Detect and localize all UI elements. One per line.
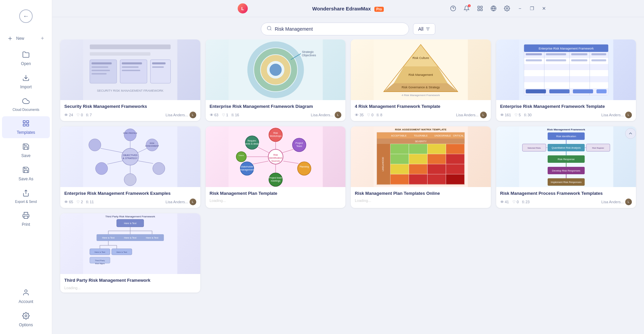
copies-enterprise1: ⎘ 16 [232,113,239,117]
svg-rect-59 [524,76,608,82]
svg-text:Risk Culture: Risk Culture [412,56,429,60]
card-image-security: SECURITY RISK MANAGEMENT FRAMEWORK [60,39,200,100]
sidebar-item-templates-label: Templates [17,130,35,135]
sidebar-item-saveas[interactable]: Save As [2,163,50,185]
svg-text:Risk Governance & Strategy: Risk Governance & Strategy [402,86,440,89]
author-enterprise1: Lisa Anders... L [311,112,341,118]
svg-rect-27 [92,70,110,71]
card-meta-enterprise-template: 👁 161 ♡ 5 ⎘ 30 Lisa Anders... L [500,112,632,118]
copies-4risk: ⎘ 8 [377,113,382,117]
svg-text:Sources: Sources [271,160,280,162]
svg-rect-76 [596,89,606,93]
skin-button[interactable] [489,4,498,13]
svg-text:Risk: Risk [273,132,278,134]
template-card-enterprise2[interactable]: OBJECTIVES & STRATEGY RISK [60,126,200,208]
back-button[interactable]: ← [19,9,33,23]
card-body-enterprise-template: Enterprise Risk Management Framework Tem… [496,100,636,121]
cloud-icon [22,97,30,107]
sidebar-item-export[interactable]: Export & Send [2,186,50,207]
svg-rect-0 [23,121,25,123]
topbar-controls: 1 − ❐ ✕ [442,4,636,13]
likes-4risk: ♡ 0 [367,113,373,117]
card-meta-riskprocess: 👁 41 ♡ 0 ⎘ 23 Lisa Anders... L [500,199,632,205]
restore-button[interactable]: ❐ [528,4,536,12]
svg-text:Require-: Require- [247,140,257,142]
filter-button[interactable]: All [413,23,435,35]
svg-rect-12 [481,9,482,11]
sidebar-item-open[interactable]: Open [2,48,50,69]
heart-icon: ♡ [512,200,516,204]
likes-enterprise1: ♡ 1 [222,113,228,117]
help-button[interactable] [448,4,458,13]
svg-rect-143 [391,154,409,164]
sidebar-item-templates[interactable]: Templates [2,116,50,138]
svg-text:TOLERABLE: TOLERABLE [414,134,428,137]
svg-rect-70 [546,59,566,61]
minimize-button[interactable]: − [516,4,524,12]
saveas-icon [22,166,30,175]
filter-label: All [418,26,423,32]
svg-text:Risk Register: Risk Register [592,147,604,149]
author-enterprise2: Lisa Anders... L [166,199,196,205]
card-image-enterprise2: OBJECTIVES & STRATEGY RISK [60,126,200,187]
settings-button[interactable] [502,4,512,13]
back-button-area[interactable]: ← [15,5,37,27]
sidebar-item-new[interactable]: ＋ New ＋ [2,30,50,46]
card-meta-enterprise2: 👁 65 ♡ 2 ⎘ 11 Lisa Anders... L [64,199,196,205]
svg-rect-21 [90,52,150,56]
svg-text:Here is Text: Here is Text [102,237,114,239]
import-icon [22,74,30,83]
svg-rect-147 [391,164,409,174]
sidebar-item-save-label: Save [21,153,30,158]
sidebar-item-print[interactable]: Print [2,208,50,230]
pro-badge: Pro [374,7,384,12]
template-card-riskplantemplate[interactable]: Risk Identification Sources Risk Worksho… [206,126,346,208]
card-title-riskmatrix: Risk Management Plan Templates Online [355,190,487,196]
heart-icon: ♡ [514,113,518,117]
svg-text:LIKELIHOOD: LIKELIHOOD [382,157,384,171]
svg-text:4 Risk Management Framework: 4 Risk Management Framework [402,94,440,97]
scroll-up-button[interactable] [625,128,636,139]
template-card-riskmatrix[interactable]: RISK ASSESSMENT MATRIX TEMPLATE ACCEPTAB… [351,126,491,208]
notification-button[interactable]: 1 [462,4,471,13]
template-card-security[interactable]: SECURITY RISK MANAGEMENT FRAMEWORK Secur… [60,39,200,121]
svg-text:RISK: RISK [150,142,155,144]
apps-button[interactable] [475,4,485,13]
close-button[interactable]: ✕ [540,4,548,12]
author-4risk: Lisa Anders... L [456,112,487,118]
eye-icon: 👁 [64,113,68,117]
user-avatar[interactable]: L [238,3,248,13]
account-icon [22,289,30,298]
template-card-riskprocess[interactable]: Risk Management Framework Risk Identific… [496,126,636,208]
export-icon [22,189,30,199]
svg-text:Third Party Risk Management Fr: Third Party Risk Management Framework [105,215,156,218]
card-body-riskplantemplate: Risk Management Plan Template Loading... [206,187,346,205]
sidebar-item-account[interactable]: Account [2,285,50,307]
views-enterprise1: 👁 63 [210,113,218,117]
svg-text:Identification: Identification [269,157,282,159]
template-card-enterprise1[interactable]: Strategic Objectives Enterprise Risk Man… [206,39,346,121]
sidebar-item-cloud[interactable]: Cloud Documents [2,94,50,115]
template-card-enterprise-template[interactable]: Enterprise Risk Management Framework [496,39,636,121]
svg-rect-28 [92,73,107,74]
search-input[interactable] [275,26,403,32]
copies-riskprocess: ⎘ 23 [522,200,530,204]
svg-point-83 [153,162,165,175]
author-riskprocess: Lisa Anders... L [601,199,632,205]
back-icon: ← [23,13,29,20]
svg-text:Strategic: Strategic [302,50,314,54]
card-image-riskplantemplate: Risk Identification Sources Risk Worksho… [206,126,346,187]
sidebar-item-save[interactable]: Save [2,140,50,161]
search-icon [267,26,272,32]
template-card-4risk[interactable]: Risk Culture Risk Management Risk Govern… [351,39,491,121]
svg-rect-142 [446,144,465,154]
options-icon [22,312,30,321]
svg-rect-57 [524,64,608,70]
sidebar-item-saveas-label: Save As [19,177,33,181]
template-card-thirdparty[interactable]: Third Party Risk Management Framework He… [60,213,200,292]
sidebar-item-options[interactable]: Options [2,309,50,331]
svg-text:meetings: meetings [271,180,280,182]
sidebar-item-import[interactable]: Import [2,71,50,93]
card-image-riskmatrix: RISK ASSESSMENT MATRIX TEMPLATE ACCEPTAB… [351,126,491,187]
eye-icon: 👁 [500,113,504,117]
